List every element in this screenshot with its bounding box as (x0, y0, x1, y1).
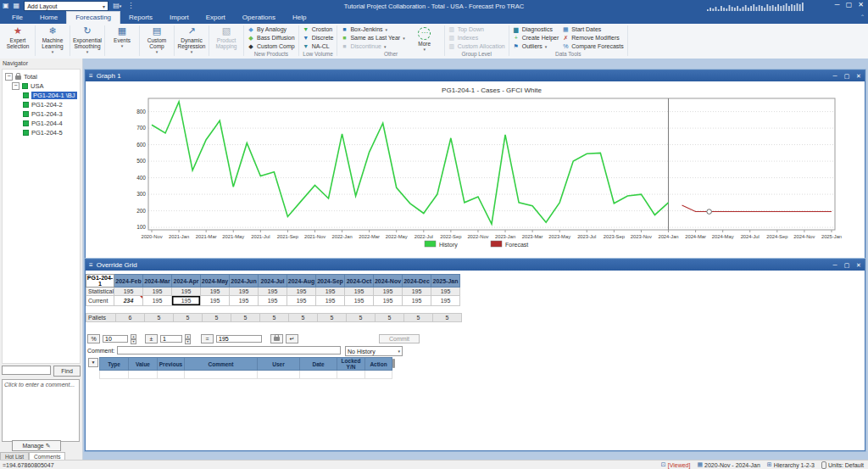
ribbon-button-expert-selection[interactable]: ★Expert Selection (2, 24, 34, 58)
grid-cell[interactable]: 195 (259, 296, 287, 306)
equals-adjust-button[interactable]: = (201, 334, 214, 343)
ribbon-item-outliers[interactable]: ⚑Outliers▾ (513, 42, 559, 50)
ribbon-button-machine-learning[interactable]: ❄Machine Learning▾ (36, 24, 69, 58)
percent-spinner[interactable]: ▴▾ (131, 334, 136, 344)
override-window-titlebar: ≡ Override Grid ─ ▢ ✕ (86, 260, 865, 271)
ribbon-item-discrete[interactable]: ▼Discrete (303, 34, 334, 42)
layout-gallery-icon[interactable]: ▤▾ (111, 2, 123, 10)
grid-row-label: Current (86, 296, 114, 306)
history-filter-button[interactable]: ▼ (88, 358, 98, 367)
ribbon-button-more[interactable]: ⋯More▾ (409, 25, 441, 51)
window-menu-icon[interactable]: ≡ (89, 72, 93, 80)
tree-item-pg1-204-1-bj[interactable]: PG1-204-1 \BJ (23, 91, 80, 100)
comment-input[interactable] (117, 346, 341, 355)
tree-item-pg1-204-4[interactable]: PG1-204-4 (23, 119, 80, 128)
maximize-button[interactable]: ▢ (843, 0, 854, 10)
ribbon-tab-file[interactable]: File (3, 12, 31, 24)
ribbon-item-box-jenkins[interactable]: ■Box-Jenkins▾ (341, 25, 404, 33)
ribbon-tab-home[interactable]: Home (31, 12, 66, 24)
grid-cell[interactable]: 195 (345, 296, 374, 306)
minimize-button[interactable]: ─ (832, 0, 843, 10)
status-hierarchy-control[interactable]: ⊞Hierarchy 1-2-3 (767, 461, 815, 468)
chevron-down-icon: ▾ (545, 44, 548, 49)
tree-node-usa[interactable]: −USA (12, 81, 80, 91)
qat-more-icon[interactable]: ⋮ (125, 2, 136, 10)
ribbon-tab-operations[interactable]: Operations (234, 12, 284, 24)
svg-text:2021-Nov: 2021-Nov (304, 234, 326, 239)
ribbon-item-create-helper[interactable]: +Create Helper (513, 34, 559, 42)
delta-adjust-button[interactable]: ± (145, 334, 158, 343)
save-layout-icon[interactable]: ▦ (12, 2, 22, 10)
tree-expander-icon[interactable]: − (12, 82, 19, 90)
override-maximize-button[interactable]: ▢ (841, 260, 853, 271)
history-table-scrollbar[interactable] (392, 359, 395, 368)
ribbon-item-remove-modifiers[interactable]: ✗Remove Modifiers (562, 34, 623, 42)
ribbon-button-custom-comp[interactable]: ▤Custom Comp▾ (141, 24, 173, 58)
status-units-control[interactable]: Units: Default (821, 461, 864, 469)
delta-value-input[interactable] (160, 335, 182, 343)
find-input[interactable] (2, 366, 51, 375)
grid-cell[interactable]: 195 (316, 296, 345, 306)
dynamic-regression-icon: ↗ (187, 25, 195, 36)
grid-cell[interactable]: 195 (287, 296, 316, 306)
chevron-down-icon: ▾ (52, 50, 54, 53)
grid-cell[interactable]: 195 (431, 296, 460, 306)
override-minimize-button[interactable]: ─ (829, 260, 841, 271)
window-menu-icon[interactable]: ≡ (89, 261, 93, 269)
lock-button[interactable] (270, 334, 283, 343)
grid-cell[interactable]: 195 (201, 296, 230, 306)
ribbon-item-custom-comp[interactable]: ◆Custom Comp (248, 42, 295, 50)
commit-button[interactable]: Commit (379, 334, 420, 343)
ribbon-item-na-cl[interactable]: ▼NA-CL (303, 42, 334, 50)
comment-label: Comment: (87, 348, 114, 354)
pallets-cell: 5 (203, 314, 231, 322)
apply-button[interactable]: ↵ (286, 334, 298, 343)
grid-cell[interactable]: 195 (230, 296, 259, 306)
comment-entry-area[interactable]: Click to enter a comment... (2, 379, 80, 442)
ribbon-item-start-dates[interactable]: ▦Start Dates (562, 25, 623, 33)
override-close-button[interactable]: ✕ (853, 260, 865, 271)
ribbon-button-events[interactable]: ▦Events▾ (106, 24, 138, 58)
grid-cell[interactable]: 195 (172, 296, 201, 306)
collapse-ribbon-icon[interactable]: ⌃ (860, 14, 865, 20)
status-date-range-control[interactable]: ▦2020-Nov - 2024-Jan (697, 461, 760, 468)
grid-cell[interactable]: 195 (143, 296, 172, 306)
tree-item-pg1-204-3[interactable]: PG1-204-3 (23, 109, 80, 119)
ribbon-button-exponential-smoothing[interactable]: ↻Exponential Smoothing▾ (71, 24, 103, 58)
equals-value-input[interactable] (216, 335, 262, 343)
ribbon-item-same-as-last-year[interactable]: ■Same as Last Year▾ (341, 34, 404, 42)
ribbon-item-by-analogy[interactable]: ◆By Analogy (248, 25, 295, 33)
tree-item-pg1-204-2[interactable]: PG1-204-2 (23, 100, 80, 109)
svg-text:2021-Jan: 2021-Jan (169, 234, 189, 239)
grid-cell[interactable]: 195 (403, 296, 431, 306)
ribbon-button-dynamic-regression[interactable]: ↗Dynamic Regression▾ (175, 24, 208, 58)
grid-cell[interactable]: 195 (374, 296, 403, 306)
history-filter-dropdown[interactable]: No History ▾ (345, 346, 403, 356)
ribbon-tab-help[interactable]: Help (284, 12, 314, 24)
graph-minimize-button[interactable]: ─ (829, 70, 841, 81)
ribbon-tab-export[interactable]: Export (198, 12, 234, 24)
graph-maximize-button[interactable]: ▢ (841, 70, 853, 81)
grid-cell: 195 (403, 288, 431, 296)
ribbon-item-croston[interactable]: ▼Croston (303, 25, 334, 33)
close-button[interactable]: ✕ (855, 0, 866, 10)
ribbon-item-bass-diffusion[interactable]: ◆Bass Diffusion (248, 34, 295, 42)
ribbon-tab-forecasting[interactable]: Forecasting (66, 11, 120, 24)
ribbon-tab-reports[interactable]: Reports (120, 12, 161, 24)
find-button[interactable]: Find (53, 366, 81, 377)
tree-expander-icon[interactable]: − (5, 73, 13, 81)
manage-button[interactable]: Manage ✎ (12, 440, 61, 451)
percent-value-input[interactable] (103, 335, 128, 343)
layout-combobox[interactable]: Add Layout ▾ (24, 1, 108, 11)
svg-text:2023-Jan: 2023-Jan (495, 234, 515, 239)
ribbon-tab-import[interactable]: Import (161, 12, 198, 24)
grid-col-2024-aug: 2024-Aug (287, 275, 316, 288)
tree-item-pg1-204-5[interactable]: PG1-204-5 (23, 128, 80, 137)
percent-adjust-button[interactable]: % (87, 334, 100, 343)
graph-close-button[interactable]: ✕ (853, 70, 865, 81)
grid-cell[interactable]: 234 (114, 296, 143, 306)
tree-node-total[interactable]: −Total (5, 72, 80, 81)
ribbon-item-compare-forecasts[interactable]: %Compare Forecasts (562, 42, 623, 50)
delta-spinner[interactable]: ▴▾ (185, 334, 191, 344)
ribbon-item-diagnostics[interactable]: ▆Diagnostics (513, 25, 559, 33)
